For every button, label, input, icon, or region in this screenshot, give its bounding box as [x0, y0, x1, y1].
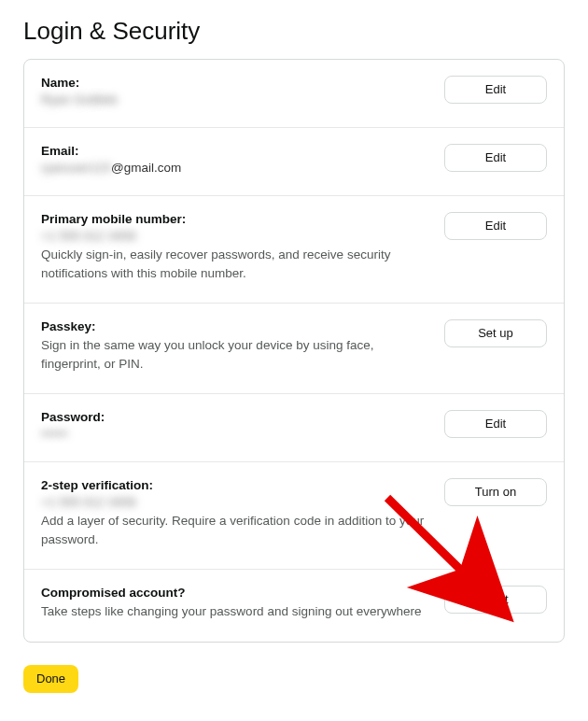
edit-email-button[interactable]: Edit	[444, 144, 547, 172]
name-value: Ryan Gottlieb	[41, 92, 431, 106]
setup-passkey-button[interactable]: Set up	[444, 319, 547, 347]
settings-panel: Name: Ryan Gottlieb Edit Email: ryanuser…	[23, 59, 565, 643]
start-compromised-button[interactable]: Start	[444, 586, 547, 614]
two-step-desc: Add a layer of security. Require a verif…	[41, 512, 431, 548]
edit-password-button[interactable]: Edit	[444, 410, 547, 438]
phone-desc: Quickly sign-in, easily recover password…	[41, 246, 431, 282]
email-value-visible: @gmail.com	[111, 161, 181, 175]
row-phone-content: Primary mobile number: +1 555 012 3456 Q…	[41, 212, 444, 282]
phone-label: Primary mobile number:	[41, 212, 431, 226]
row-two-step: 2-step verification: +1 555 012 3456 Add…	[24, 462, 564, 570]
row-email-content: Email: ryanuser123@gmail.com	[41, 144, 444, 175]
row-compromised-content: Compromised account? Take steps like cha…	[41, 586, 444, 621]
password-value: ••••••	[41, 427, 431, 441]
passkey-desc: Sign in the same way you unlock your dev…	[41, 336, 431, 373]
two-step-value: +1 555 012 3456	[41, 495, 431, 509]
edit-name-button[interactable]: Edit	[444, 76, 547, 104]
row-email: Email: ryanuser123@gmail.com Edit	[24, 128, 564, 196]
row-passkey: Passkey: Sign in the same way you unlock…	[24, 304, 564, 394]
compromised-desc: Take steps like changing your password a…	[41, 602, 431, 621]
email-value: ryanuser123@gmail.com	[41, 161, 431, 175]
page-root: Login & Security Name: Ryan Gottlieb Edi…	[23, 17, 565, 693]
password-label: Password:	[41, 410, 431, 424]
row-password-content: Password: ••••••	[41, 410, 444, 441]
phone-value: +1 555 012 3456	[41, 229, 431, 243]
row-phone: Primary mobile number: +1 555 012 3456 Q…	[24, 196, 564, 304]
page-title: Login & Security	[23, 17, 565, 46]
name-label: Name:	[41, 76, 431, 90]
edit-phone-button[interactable]: Edit	[444, 212, 547, 240]
row-password: Password: •••••• Edit	[24, 394, 564, 462]
done-button[interactable]: Done	[23, 665, 78, 693]
turn-on-two-step-button[interactable]: Turn on	[444, 478, 547, 506]
row-two-step-content: 2-step verification: +1 555 012 3456 Add…	[41, 478, 444, 548]
row-passkey-content: Passkey: Sign in the same way you unlock…	[41, 319, 444, 373]
row-compromised: Compromised account? Take steps like cha…	[24, 570, 564, 642]
email-value-hidden: ryanuser123	[41, 161, 111, 175]
compromised-label: Compromised account?	[41, 586, 431, 600]
email-label: Email:	[41, 144, 431, 158]
passkey-label: Passkey:	[41, 319, 431, 333]
row-name: Name: Ryan Gottlieb Edit	[24, 60, 564, 128]
two-step-label: 2-step verification:	[41, 478, 431, 492]
row-name-content: Name: Ryan Gottlieb	[41, 76, 444, 106]
